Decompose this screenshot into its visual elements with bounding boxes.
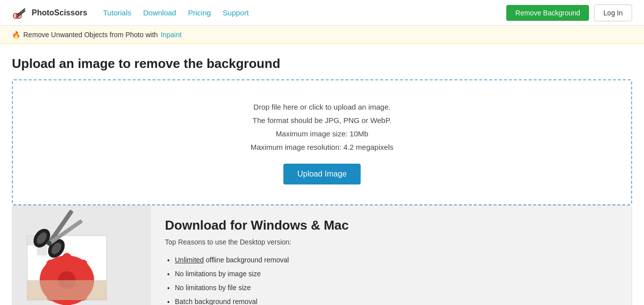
svg-rect-18	[27, 280, 107, 300]
scissors-illustration	[12, 206, 151, 305]
notice-text: Remove Unwanted Objects from Photo with	[23, 31, 158, 39]
download-image-area	[12, 206, 151, 305]
logo-text: PhotoScissors	[32, 8, 87, 17]
logo-icon	[12, 5, 28, 21]
upload-line1: Drop file here or click to upload an ima…	[23, 100, 621, 114]
upload-line3: Maximum image size: 10Mb	[23, 127, 621, 140]
svg-rect-10	[27, 245, 37, 255]
remove-background-button[interactable]: Remove Background	[506, 5, 589, 21]
svg-point-5	[17, 14, 20, 17]
notice-banner: 🔥 Remove Unwanted Objects from Photo wit…	[0, 26, 644, 44]
list-item: No limitations by file size	[175, 281, 618, 295]
main-content: Upload an image to remove the background…	[0, 44, 644, 305]
download-section: Download for Windows & Mac Top Reasons t…	[12, 205, 632, 305]
nav-pricing[interactable]: Pricing	[188, 8, 211, 17]
nav-tutorials[interactable]: Tutorials	[103, 8, 131, 17]
download-title: Download for Windows & Mac	[165, 218, 618, 233]
upload-image-button[interactable]: Upload Image	[283, 164, 361, 184]
inpaint-link[interactable]: Inpaint	[161, 31, 182, 39]
nav-support[interactable]: Support	[223, 8, 249, 17]
download-subtitle: Top Reasons to use the Desktop version:	[165, 238, 618, 246]
logo-area: PhotoScissors	[12, 5, 87, 21]
feature-unlimited: Unlimited	[175, 256, 204, 264]
header: PhotoScissors Tutorials Download Pricing…	[0, 0, 644, 26]
list-item: Batch background removal	[175, 295, 618, 305]
list-item: Unlimited offline background removal	[175, 253, 618, 267]
upload-area[interactable]: Drop file here or click to upload an ima…	[12, 79, 632, 205]
upload-line2: The format should be JPG, PNG or WebP.	[23, 114, 621, 127]
main-nav: Tutorials Download Pricing Support	[103, 8, 506, 17]
download-text-area: Download for Windows & Mac Top Reasons t…	[151, 206, 632, 305]
upload-instructions: Drop file here or click to upload an ima…	[23, 100, 621, 154]
upload-line4: Maximum image resolution: 4.2 megapixels	[23, 140, 621, 154]
svg-point-4	[14, 14, 17, 17]
download-features-list: Unlimited offline background removal No …	[165, 253, 618, 305]
fire-icon: 🔥	[12, 31, 20, 39]
nav-download[interactable]: Download	[143, 8, 176, 17]
list-item: No limitations by image size	[175, 267, 618, 281]
header-actions: Remove Background Log In	[506, 4, 632, 21]
login-button[interactable]: Log In	[594, 4, 632, 21]
page-title: Upload an image to remove the background	[12, 56, 632, 71]
